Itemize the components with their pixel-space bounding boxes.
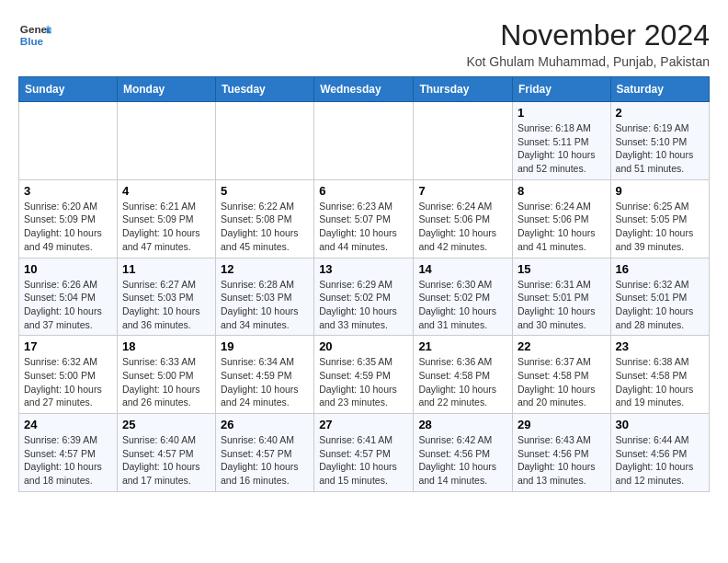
day-content: Sunrise: 6:37 AM Sunset: 4:58 PM Dayligh… bbox=[518, 355, 606, 409]
calendar-cell: 22Sunrise: 6:37 AM Sunset: 4:58 PM Dayli… bbox=[512, 336, 610, 414]
col-sunday: Sunday bbox=[19, 77, 118, 102]
calendar-cell: 4Sunrise: 6:21 AM Sunset: 5:09 PM Daylig… bbox=[117, 179, 215, 258]
calendar-cell: 15Sunrise: 6:31 AM Sunset: 5:01 PM Dayli… bbox=[512, 258, 610, 336]
day-number: 11 bbox=[122, 262, 210, 276]
day-content: Sunrise: 6:43 AM Sunset: 4:56 PM Dayligh… bbox=[518, 433, 606, 488]
day-content: Sunrise: 6:38 AM Sunset: 4:58 PM Dayligh… bbox=[616, 355, 704, 409]
calendar-week-2: 3Sunrise: 6:20 AM Sunset: 5:09 PM Daylig… bbox=[19, 179, 710, 258]
calendar-cell: 26Sunrise: 6:40 AM Sunset: 4:57 PM Dayli… bbox=[215, 414, 313, 492]
col-monday: Monday bbox=[117, 77, 215, 102]
calendar-cell: 2Sunrise: 6:19 AM Sunset: 5:10 PM Daylig… bbox=[610, 102, 709, 180]
day-number: 27 bbox=[319, 418, 408, 431]
day-content: Sunrise: 6:29 AM Sunset: 5:02 PM Dayligh… bbox=[319, 278, 408, 332]
day-content: Sunrise: 6:25 AM Sunset: 5:05 PM Dayligh… bbox=[616, 200, 704, 254]
col-saturday: Saturday bbox=[610, 77, 709, 102]
day-number: 17 bbox=[24, 339, 112, 353]
calendar-cell: 10Sunrise: 6:26 AM Sunset: 5:04 PM Dayli… bbox=[19, 258, 118, 336]
day-number: 5 bbox=[221, 184, 309, 198]
day-number: 14 bbox=[418, 262, 507, 276]
day-content: Sunrise: 6:30 AM Sunset: 5:02 PM Dayligh… bbox=[418, 278, 507, 332]
location-title: Kot Ghulam Muhammad, Punjab, Pakistan bbox=[466, 54, 710, 69]
day-content: Sunrise: 6:40 AM Sunset: 4:57 PM Dayligh… bbox=[221, 433, 309, 488]
calendar-week-3: 10Sunrise: 6:26 AM Sunset: 5:04 PM Dayli… bbox=[19, 258, 710, 336]
calendar-cell: 18Sunrise: 6:33 AM Sunset: 5:00 PM Dayli… bbox=[117, 336, 215, 414]
day-number: 25 bbox=[122, 418, 210, 431]
month-title: November 2024 bbox=[466, 18, 710, 52]
day-content: Sunrise: 6:28 AM Sunset: 5:03 PM Dayligh… bbox=[221, 278, 309, 332]
calendar-cell: 25Sunrise: 6:40 AM Sunset: 4:57 PM Dayli… bbox=[117, 414, 215, 492]
day-number: 3 bbox=[24, 184, 112, 198]
day-number: 13 bbox=[319, 262, 408, 276]
svg-text:Blue: Blue bbox=[20, 35, 44, 47]
day-number: 8 bbox=[518, 184, 606, 198]
calendar-header: Sunday Monday Tuesday Wednesday Thursday… bbox=[19, 77, 710, 102]
calendar-table: Sunday Monday Tuesday Wednesday Thursday… bbox=[18, 76, 710, 492]
day-number: 2 bbox=[616, 106, 704, 120]
day-number: 30 bbox=[616, 418, 704, 431]
day-content: Sunrise: 6:19 AM Sunset: 5:10 PM Dayligh… bbox=[616, 121, 704, 176]
day-number: 29 bbox=[518, 418, 606, 431]
day-content: Sunrise: 6:20 AM Sunset: 5:09 PM Dayligh… bbox=[24, 200, 112, 254]
day-content: Sunrise: 6:33 AM Sunset: 5:00 PM Dayligh… bbox=[122, 355, 210, 409]
day-content: Sunrise: 6:26 AM Sunset: 5:04 PM Dayligh… bbox=[24, 278, 112, 332]
day-number: 1 bbox=[518, 106, 606, 120]
calendar-cell: 6Sunrise: 6:23 AM Sunset: 5:07 PM Daylig… bbox=[314, 179, 414, 258]
title-area: November 2024 Kot Ghulam Muhammad, Punja… bbox=[466, 18, 710, 69]
calendar-cell: 9Sunrise: 6:25 AM Sunset: 5:05 PM Daylig… bbox=[610, 179, 709, 258]
calendar-cell: 27Sunrise: 6:41 AM Sunset: 4:57 PM Dayli… bbox=[314, 414, 414, 492]
calendar-cell: 29Sunrise: 6:43 AM Sunset: 4:56 PM Dayli… bbox=[512, 414, 610, 492]
day-content: Sunrise: 6:22 AM Sunset: 5:08 PM Dayligh… bbox=[221, 200, 309, 254]
day-content: Sunrise: 6:18 AM Sunset: 5:11 PM Dayligh… bbox=[518, 121, 606, 176]
day-content: Sunrise: 6:34 AM Sunset: 4:59 PM Dayligh… bbox=[221, 355, 309, 409]
day-content: Sunrise: 6:42 AM Sunset: 4:56 PM Dayligh… bbox=[418, 433, 507, 488]
calendar-cell: 13Sunrise: 6:29 AM Sunset: 5:02 PM Dayli… bbox=[314, 258, 414, 336]
calendar-cell: 21Sunrise: 6:36 AM Sunset: 4:58 PM Dayli… bbox=[414, 336, 513, 414]
col-wednesday: Wednesday bbox=[314, 77, 414, 102]
calendar-cell: 16Sunrise: 6:32 AM Sunset: 5:01 PM Dayli… bbox=[610, 258, 709, 336]
calendar-cell bbox=[314, 102, 414, 180]
calendar-cell: 17Sunrise: 6:32 AM Sunset: 5:00 PM Dayli… bbox=[19, 336, 118, 414]
day-number: 28 bbox=[418, 418, 507, 431]
calendar-cell: 19Sunrise: 6:34 AM Sunset: 4:59 PM Dayli… bbox=[215, 336, 313, 414]
day-number: 6 bbox=[319, 184, 408, 198]
day-content: Sunrise: 6:24 AM Sunset: 5:06 PM Dayligh… bbox=[418, 200, 507, 254]
day-number: 16 bbox=[616, 262, 704, 276]
calendar-cell bbox=[19, 102, 118, 180]
day-number: 20 bbox=[319, 339, 408, 353]
calendar-cell: 30Sunrise: 6:44 AM Sunset: 4:56 PM Dayli… bbox=[610, 414, 709, 492]
day-content: Sunrise: 6:44 AM Sunset: 4:56 PM Dayligh… bbox=[616, 433, 704, 488]
day-number: 18 bbox=[122, 339, 210, 353]
calendar-cell: 8Sunrise: 6:24 AM Sunset: 5:06 PM Daylig… bbox=[512, 179, 610, 258]
day-number: 19 bbox=[221, 339, 309, 353]
calendar-cell: 11Sunrise: 6:27 AM Sunset: 5:03 PM Dayli… bbox=[117, 258, 215, 336]
calendar-cell: 3Sunrise: 6:20 AM Sunset: 5:09 PM Daylig… bbox=[19, 179, 118, 258]
day-content: Sunrise: 6:23 AM Sunset: 5:07 PM Dayligh… bbox=[319, 200, 408, 254]
calendar-cell bbox=[117, 102, 215, 180]
day-content: Sunrise: 6:27 AM Sunset: 5:03 PM Dayligh… bbox=[122, 278, 210, 332]
day-number: 22 bbox=[518, 339, 606, 353]
day-number: 9 bbox=[616, 184, 704, 198]
calendar-cell: 20Sunrise: 6:35 AM Sunset: 4:59 PM Dayli… bbox=[314, 336, 414, 414]
calendar-cell: 14Sunrise: 6:30 AM Sunset: 5:02 PM Dayli… bbox=[414, 258, 513, 336]
day-content: Sunrise: 6:32 AM Sunset: 5:01 PM Dayligh… bbox=[616, 278, 704, 332]
day-number: 10 bbox=[24, 262, 112, 276]
calendar-cell: 7Sunrise: 6:24 AM Sunset: 5:06 PM Daylig… bbox=[414, 179, 513, 258]
day-content: Sunrise: 6:31 AM Sunset: 5:01 PM Dayligh… bbox=[518, 278, 606, 332]
logo: General Blue bbox=[18, 18, 51, 52]
day-content: Sunrise: 6:40 AM Sunset: 4:57 PM Dayligh… bbox=[122, 433, 210, 488]
calendar-cell: 5Sunrise: 6:22 AM Sunset: 5:08 PM Daylig… bbox=[215, 179, 313, 258]
day-content: Sunrise: 6:21 AM Sunset: 5:09 PM Dayligh… bbox=[122, 200, 210, 254]
day-number: 15 bbox=[518, 262, 606, 276]
calendar-cell: 28Sunrise: 6:42 AM Sunset: 4:56 PM Dayli… bbox=[414, 414, 513, 492]
calendar-body: 1Sunrise: 6:18 AM Sunset: 5:11 PM Daylig… bbox=[19, 102, 710, 492]
day-number: 21 bbox=[418, 339, 507, 353]
day-content: Sunrise: 6:41 AM Sunset: 4:57 PM Dayligh… bbox=[319, 433, 408, 488]
calendar-cell: 1Sunrise: 6:18 AM Sunset: 5:11 PM Daylig… bbox=[512, 102, 610, 180]
col-friday: Friday bbox=[512, 77, 610, 102]
col-tuesday: Tuesday bbox=[215, 77, 313, 102]
day-content: Sunrise: 6:24 AM Sunset: 5:06 PM Dayligh… bbox=[518, 200, 606, 254]
day-number: 12 bbox=[221, 262, 309, 276]
calendar-cell: 24Sunrise: 6:39 AM Sunset: 4:57 PM Dayli… bbox=[19, 414, 118, 492]
day-content: Sunrise: 6:39 AM Sunset: 4:57 PM Dayligh… bbox=[24, 433, 112, 488]
calendar-cell bbox=[414, 102, 513, 180]
